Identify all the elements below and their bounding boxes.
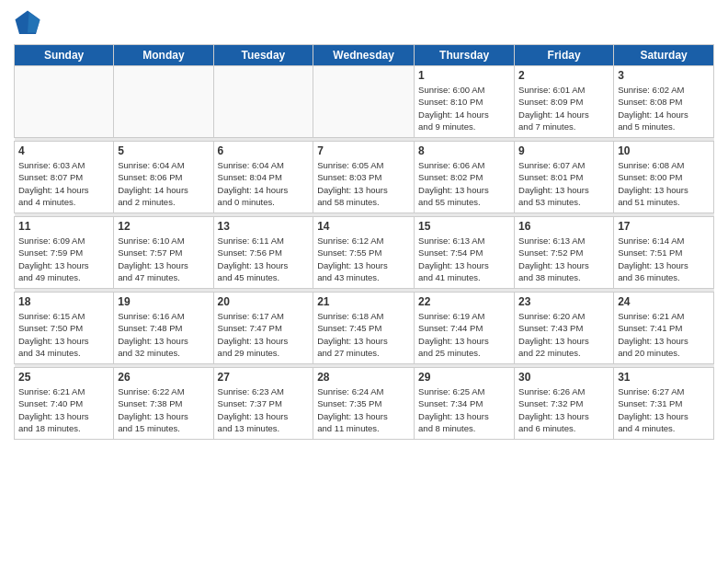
day-number: 9 (518, 144, 609, 157)
day-number: 13 (218, 220, 310, 233)
calendar-week-row-2: 4Sunrise: 6:03 AM Sunset: 8:07 PM Daylig… (15, 142, 714, 213)
calendar-cell: 26Sunrise: 6:22 AM Sunset: 7:38 PM Dayli… (114, 368, 213, 440)
day-number: 10 (618, 144, 710, 157)
day-info: Sunrise: 6:25 AM Sunset: 7:34 PM Dayligh… (418, 385, 510, 434)
day-info: Sunrise: 6:14 AM Sunset: 7:51 PM Dayligh… (618, 235, 710, 283)
calendar-table: SundayMondayTuesdayWednesdayThursdayFrid… (14, 44, 714, 440)
day-info: Sunrise: 6:16 AM Sunset: 7:48 PM Dayligh… (118, 310, 209, 359)
weekday-header-friday: Friday (515, 45, 614, 66)
calendar-week-row-1: 1Sunrise: 6:00 AM Sunset: 8:10 PM Daylig… (15, 66, 714, 138)
day-info: Sunrise: 6:17 AM Sunset: 7:47 PM Dayligh… (218, 310, 310, 359)
calendar-cell (313, 66, 415, 138)
calendar-cell (213, 66, 313, 138)
weekday-header-thursday: Thursday (415, 45, 515, 66)
day-number: 7 (317, 144, 410, 157)
day-info: Sunrise: 6:07 AM Sunset: 8:01 PM Dayligh… (518, 159, 609, 208)
day-info: Sunrise: 6:21 AM Sunset: 7:40 PM Dayligh… (18, 385, 109, 434)
day-number: 16 (518, 220, 609, 233)
day-number: 27 (218, 371, 310, 384)
day-number: 20 (218, 295, 310, 308)
day-info: Sunrise: 6:08 AM Sunset: 8:00 PM Dayligh… (618, 159, 710, 208)
day-info: Sunrise: 6:18 AM Sunset: 7:45 PM Dayligh… (317, 310, 410, 359)
day-number: 31 (618, 371, 710, 384)
day-number: 22 (418, 295, 510, 308)
calendar-cell: 14Sunrise: 6:12 AM Sunset: 7:55 PM Dayli… (313, 217, 415, 289)
calendar-cell: 29Sunrise: 6:25 AM Sunset: 7:34 PM Dayli… (415, 368, 515, 440)
calendar-cell: 18Sunrise: 6:15 AM Sunset: 7:50 PM Dayli… (15, 293, 114, 364)
calendar-cell: 5Sunrise: 6:04 AM Sunset: 8:06 PM Daylig… (114, 142, 213, 213)
calendar-cell: 7Sunrise: 6:05 AM Sunset: 8:03 PM Daylig… (313, 142, 415, 213)
day-info: Sunrise: 6:26 AM Sunset: 7:32 PM Dayligh… (518, 385, 609, 434)
calendar-cell: 15Sunrise: 6:13 AM Sunset: 7:54 PM Dayli… (415, 217, 515, 289)
day-info: Sunrise: 6:27 AM Sunset: 7:31 PM Dayligh… (618, 385, 710, 434)
day-number: 15 (418, 220, 510, 233)
day-info: Sunrise: 6:11 AM Sunset: 7:56 PM Dayligh… (218, 235, 310, 283)
day-number: 18 (18, 295, 109, 308)
logo (14, 9, 45, 37)
day-info: Sunrise: 6:20 AM Sunset: 7:43 PM Dayligh… (518, 310, 609, 359)
calendar-cell: 12Sunrise: 6:10 AM Sunset: 7:57 PM Dayli… (114, 217, 213, 289)
day-number: 24 (618, 295, 710, 308)
day-info: Sunrise: 6:05 AM Sunset: 8:03 PM Dayligh… (317, 159, 410, 208)
calendar-cell: 20Sunrise: 6:17 AM Sunset: 7:47 PM Dayli… (213, 293, 313, 364)
day-info: Sunrise: 6:22 AM Sunset: 7:38 PM Dayligh… (118, 385, 209, 434)
day-info: Sunrise: 6:24 AM Sunset: 7:35 PM Dayligh… (317, 385, 410, 434)
day-info: Sunrise: 6:10 AM Sunset: 7:57 PM Dayligh… (118, 235, 209, 283)
calendar-week-row-3: 11Sunrise: 6:09 AM Sunset: 7:59 PM Dayli… (15, 217, 714, 289)
calendar-cell: 28Sunrise: 6:24 AM Sunset: 7:35 PM Dayli… (313, 368, 415, 440)
weekday-header-monday: Monday (114, 45, 213, 66)
day-number: 25 (18, 371, 109, 384)
day-info: Sunrise: 6:23 AM Sunset: 7:37 PM Dayligh… (218, 385, 310, 434)
calendar-cell: 10Sunrise: 6:08 AM Sunset: 8:00 PM Dayli… (614, 142, 714, 213)
header (14, 9, 714, 37)
calendar-cell: 1Sunrise: 6:00 AM Sunset: 8:10 PM Daylig… (415, 66, 515, 138)
weekday-header-tuesday: Tuesday (213, 45, 313, 66)
day-number: 1 (418, 69, 510, 82)
day-number: 6 (218, 144, 310, 157)
day-number: 3 (618, 69, 710, 82)
day-info: Sunrise: 6:21 AM Sunset: 7:41 PM Dayligh… (618, 310, 710, 359)
calendar-cell: 30Sunrise: 6:26 AM Sunset: 7:32 PM Dayli… (515, 368, 614, 440)
calendar-week-row-5: 25Sunrise: 6:21 AM Sunset: 7:40 PM Dayli… (15, 368, 714, 440)
day-number: 19 (118, 295, 209, 308)
day-info: Sunrise: 6:09 AM Sunset: 7:59 PM Dayligh… (18, 235, 109, 283)
day-number: 28 (317, 371, 410, 384)
calendar-cell: 3Sunrise: 6:02 AM Sunset: 8:08 PM Daylig… (614, 66, 714, 138)
day-number: 26 (118, 371, 209, 384)
day-number: 11 (18, 220, 109, 233)
day-info: Sunrise: 6:13 AM Sunset: 7:54 PM Dayligh… (418, 235, 510, 283)
day-number: 21 (317, 295, 410, 308)
calendar-cell: 23Sunrise: 6:20 AM Sunset: 7:43 PM Dayli… (515, 293, 614, 364)
day-number: 8 (418, 144, 510, 157)
day-info: Sunrise: 6:06 AM Sunset: 8:02 PM Dayligh… (418, 159, 510, 208)
calendar-cell: 13Sunrise: 6:11 AM Sunset: 7:56 PM Dayli… (213, 217, 313, 289)
weekday-header-row: SundayMondayTuesdayWednesdayThursdayFrid… (15, 45, 714, 66)
weekday-header-wednesday: Wednesday (313, 45, 415, 66)
logo-icon (14, 9, 41, 37)
day-number: 5 (118, 144, 209, 157)
day-info: Sunrise: 6:19 AM Sunset: 7:44 PM Dayligh… (418, 310, 510, 359)
calendar-cell: 8Sunrise: 6:06 AM Sunset: 8:02 PM Daylig… (415, 142, 515, 213)
calendar-cell: 19Sunrise: 6:16 AM Sunset: 7:48 PM Dayli… (114, 293, 213, 364)
day-number: 4 (18, 144, 109, 157)
day-number: 12 (118, 220, 209, 233)
calendar-week-row-4: 18Sunrise: 6:15 AM Sunset: 7:50 PM Dayli… (15, 293, 714, 364)
day-info: Sunrise: 6:13 AM Sunset: 7:52 PM Dayligh… (518, 235, 609, 283)
day-number: 29 (418, 371, 510, 384)
day-info: Sunrise: 6:03 AM Sunset: 8:07 PM Dayligh… (18, 159, 109, 208)
weekday-header-sunday: Sunday (15, 45, 114, 66)
day-number: 2 (518, 69, 609, 82)
day-info: Sunrise: 6:02 AM Sunset: 8:08 PM Dayligh… (618, 84, 710, 132)
calendar-cell: 4Sunrise: 6:03 AM Sunset: 8:07 PM Daylig… (15, 142, 114, 213)
day-info: Sunrise: 6:04 AM Sunset: 8:04 PM Dayligh… (218, 159, 310, 208)
calendar-cell: 25Sunrise: 6:21 AM Sunset: 7:40 PM Dayli… (15, 368, 114, 440)
calendar-cell: 21Sunrise: 6:18 AM Sunset: 7:45 PM Dayli… (313, 293, 415, 364)
page: SundayMondayTuesdayWednesdayThursdayFrid… (0, 0, 728, 563)
day-info: Sunrise: 6:00 AM Sunset: 8:10 PM Dayligh… (418, 84, 510, 132)
day-number: 14 (317, 220, 410, 233)
calendar-cell: 17Sunrise: 6:14 AM Sunset: 7:51 PM Dayli… (614, 217, 714, 289)
calendar-cell (15, 66, 114, 138)
calendar-cell: 9Sunrise: 6:07 AM Sunset: 8:01 PM Daylig… (515, 142, 614, 213)
calendar-cell: 24Sunrise: 6:21 AM Sunset: 7:41 PM Dayli… (614, 293, 714, 364)
calendar-cell: 2Sunrise: 6:01 AM Sunset: 8:09 PM Daylig… (515, 66, 614, 138)
